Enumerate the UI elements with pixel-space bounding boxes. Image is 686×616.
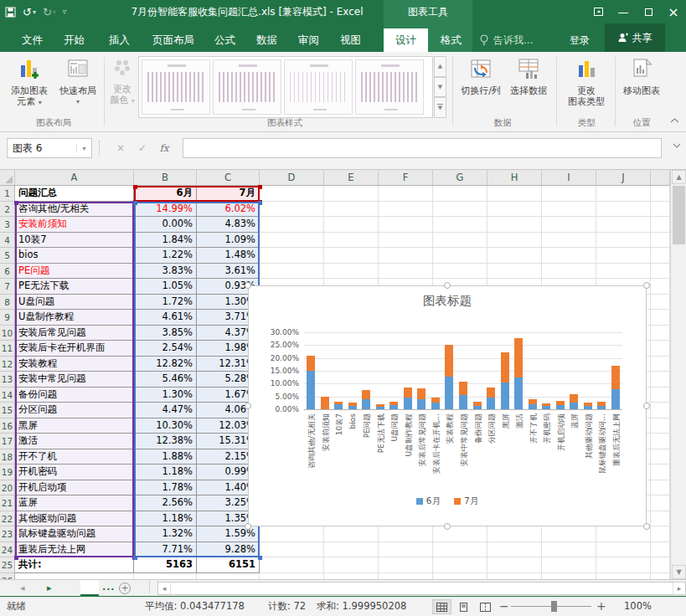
zoom-in-button[interactable]: +: [596, 597, 606, 616]
cell-X15[interactable]: [651, 403, 670, 418]
cell-I6[interactable]: [542, 264, 596, 280]
sign-in-button[interactable]: 登录: [570, 28, 590, 52]
cell-X14[interactable]: [651, 388, 670, 403]
chart-selection-handle[interactable]: [245, 523, 251, 530]
cell-J24[interactable]: [596, 542, 651, 558]
bar-segment-jul[interactable]: [348, 403, 357, 407]
cell-A5[interactable]: bios: [15, 248, 134, 264]
chart-bar-PE无法下载[interactable]: [376, 404, 384, 409]
chart-bar-U盘制作教程[interactable]: [404, 388, 412, 409]
ribbon-tab-1[interactable]: 文件: [10, 28, 54, 52]
cell-J3[interactable]: [596, 217, 651, 233]
chart-selection-handle[interactable]: [643, 523, 650, 530]
cell-I25[interactable]: [542, 557, 596, 573]
bar-segment-jul[interactable]: [431, 398, 440, 403]
cell-E5[interactable]: [324, 248, 379, 264]
cell-X12[interactable]: [651, 357, 670, 372]
bar-segment-jul[interactable]: [417, 388, 426, 399]
vertical-scroll-thumb[interactable]: [673, 186, 685, 244]
cell-A17[interactable]: 激活: [15, 434, 134, 449]
cell-E25[interactable]: [324, 557, 379, 573]
cell-F23[interactable]: [379, 526, 433, 542]
cell-D3[interactable]: [260, 217, 324, 233]
chart-bar-PE问题[interactable]: [362, 390, 370, 409]
cell-C2[interactable]: 6.02%: [197, 202, 260, 218]
bar-segment-jul[interactable]: [501, 352, 509, 383]
chart-bar-开机密码[interactable]: [542, 403, 550, 409]
bar-segment-jul[interactable]: [487, 388, 495, 398]
cell-B22[interactable]: 1.18%: [134, 511, 197, 527]
column-header-D[interactable]: D: [260, 170, 324, 185]
cell-E26[interactable]: [324, 573, 379, 580]
cell-C1[interactable]: 7月: [197, 186, 260, 202]
cell-A21[interactable]: 蓝屏: [15, 495, 134, 511]
change-colors-button[interactable]: 更改 颜色 ▾: [107, 54, 137, 128]
chart-bar-U盘问题[interactable]: [389, 402, 398, 409]
cell-H5[interactable]: [487, 248, 542, 264]
chart-bar-开机启动项[interactable]: [556, 401, 565, 409]
cell-A26[interactable]: [15, 573, 134, 580]
cell-J23[interactable]: [596, 526, 651, 542]
formula-bar-expand-icon[interactable]: [673, 142, 681, 151]
bar-segment-jul[interactable]: [445, 345, 453, 377]
cell-D5[interactable]: [260, 248, 324, 264]
cell-G2[interactable]: [433, 202, 487, 218]
chart-style-thumbnail[interactable]: [355, 59, 424, 115]
cell-F3[interactable]: [379, 217, 433, 233]
bar-segment-jun[interactable]: [307, 371, 315, 409]
sheet-nav-prev-icon[interactable]: ◂: [20, 580, 25, 597]
cell-I1[interactable]: [542, 186, 596, 202]
row-header-1[interactable]: 1: [0, 186, 15, 202]
ribbon-tab-9[interactable]: 设计: [384, 28, 428, 52]
cell-D24[interactable]: [260, 542, 324, 558]
cell-B6[interactable]: 3.83%: [134, 264, 197, 280]
cell-H26[interactable]: [487, 573, 542, 580]
page-break-view-button[interactable]: [476, 599, 495, 614]
cell-F25[interactable]: [379, 557, 433, 573]
bar-segment-jul[interactable]: [542, 403, 550, 406]
bar-segment-jun[interactable]: [389, 405, 398, 409]
row-header-12[interactable]: 12: [0, 357, 15, 372]
column-header-H[interactable]: H: [487, 170, 542, 185]
bar-segment-jun[interactable]: [376, 407, 384, 409]
column-header-E[interactable]: E: [324, 170, 379, 185]
chart-selection-handle[interactable]: [444, 523, 451, 530]
column-header-I[interactable]: I: [542, 170, 596, 185]
bar-segment-jun[interactable]: [348, 406, 357, 409]
cell-B7[interactable]: 1.05%: [134, 279, 197, 295]
cell-A6[interactable]: PE问题: [15, 264, 134, 280]
bar-segment-jun[interactable]: [529, 404, 537, 409]
cell-J4[interactable]: [596, 233, 651, 249]
bar-segment-jun[interactable]: [334, 404, 343, 409]
cell-X2[interactable]: [651, 202, 670, 218]
cell-C5[interactable]: 1.48%: [197, 248, 260, 264]
cell-F1[interactable]: [379, 186, 433, 202]
chart-bar-重装后无法上网[interactable]: [611, 366, 620, 409]
cell-C4[interactable]: 1.09%: [197, 233, 260, 249]
cell-E4[interactable]: [324, 233, 379, 249]
scroll-down-arrow[interactable]: ▼: [672, 565, 686, 579]
cell-I3[interactable]: [542, 217, 596, 233]
chart-bar-黑屏[interactable]: [501, 352, 509, 409]
bar-segment-jun[interactable]: [611, 389, 620, 409]
cell-I4[interactable]: [542, 233, 596, 249]
chart-bar-其他驱动问题[interactable]: [584, 403, 592, 409]
ribbon-tab-8[interactable]: 视图: [328, 28, 373, 52]
chart-bar-安装后卡在开机界面[interactable]: [431, 398, 440, 409]
cell-X1[interactable]: [651, 186, 670, 202]
cell-B26[interactable]: [134, 573, 197, 580]
cell-B3[interactable]: 0.00%: [134, 217, 197, 233]
cell-I24[interactable]: [542, 542, 596, 558]
cell-G26[interactable]: [433, 573, 487, 580]
row-header-8[interactable]: 8: [0, 295, 15, 311]
cell-X25[interactable]: [651, 557, 670, 573]
bar-segment-jun[interactable]: [514, 377, 523, 409]
cell-G5[interactable]: [433, 248, 487, 264]
zoom-out-button[interactable]: −: [499, 597, 509, 616]
chart-bar-安装中常见问题[interactable]: [459, 382, 467, 409]
chart-selection-handle[interactable]: [444, 282, 451, 289]
bar-segment-jun[interactable]: [431, 403, 440, 409]
row-header-11[interactable]: 11: [0, 341, 15, 357]
cell-C25[interactable]: 6151: [197, 557, 260, 573]
cell-B9[interactable]: 4.61%: [134, 310, 197, 326]
